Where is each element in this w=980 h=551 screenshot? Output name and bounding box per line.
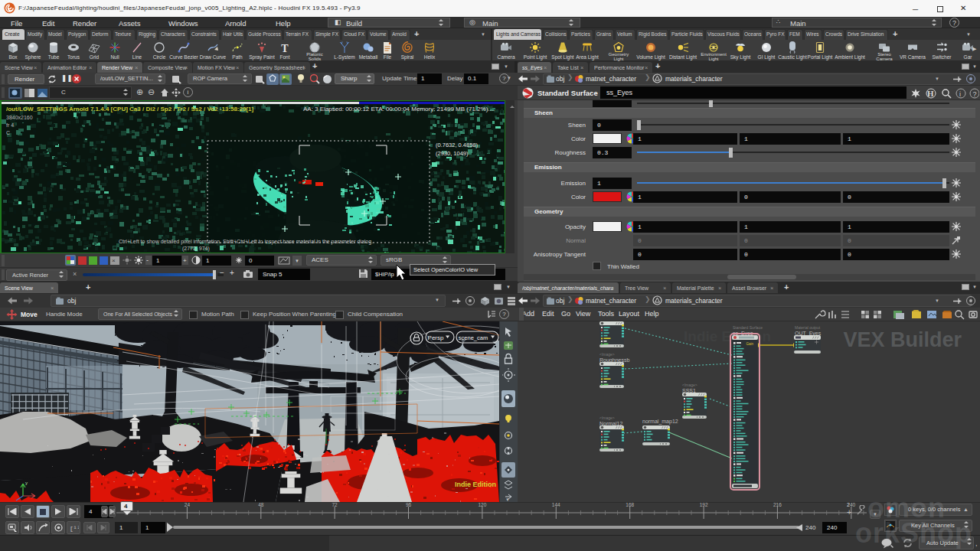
svg-text:scene_cam: scene_cam bbox=[459, 334, 488, 341]
svg-text:Indie Edition: Indie Edition bbox=[455, 481, 496, 488]
svg-text:SSS1: SSS1 bbox=[682, 388, 696, 393]
svg-text:48: 48 bbox=[258, 502, 264, 507]
svg-text:120: 120 bbox=[478, 502, 486, 507]
svg-text:Normal12: Normal12 bbox=[599, 421, 622, 426]
svg-text:<Image>: <Image> bbox=[599, 416, 615, 420]
svg-text:Persp: Persp bbox=[428, 334, 444, 341]
svg-text:[¹²]: [¹²] bbox=[70, 525, 79, 532]
svg-text:Gain: Gain bbox=[746, 342, 753, 346]
svg-text:<Image>: <Image> bbox=[682, 383, 697, 387]
svg-text:i: i bbox=[959, 90, 961, 98]
svg-text:<Image>: <Image> bbox=[599, 352, 615, 357]
svg-text:Material output: Material output bbox=[795, 325, 821, 330]
svg-text:144: 144 bbox=[552, 502, 560, 507]
svg-text:96: 96 bbox=[406, 502, 412, 507]
svg-text:normal_map12: normal_map12 bbox=[642, 419, 678, 425]
svg-text:24: 24 bbox=[185, 502, 191, 507]
svg-text:72: 72 bbox=[332, 502, 338, 507]
svg-text:Standard Surface: Standard Surface bbox=[733, 325, 763, 330]
svg-text:VEX Builder: VEX Builder bbox=[843, 328, 962, 351]
svg-text:168: 168 bbox=[626, 502, 634, 507]
svg-text:192: 192 bbox=[700, 502, 708, 507]
svg-text:216: 216 bbox=[773, 502, 782, 507]
svg-text:?: ? bbox=[973, 90, 977, 98]
svg-text:y: y bbox=[25, 481, 28, 485]
